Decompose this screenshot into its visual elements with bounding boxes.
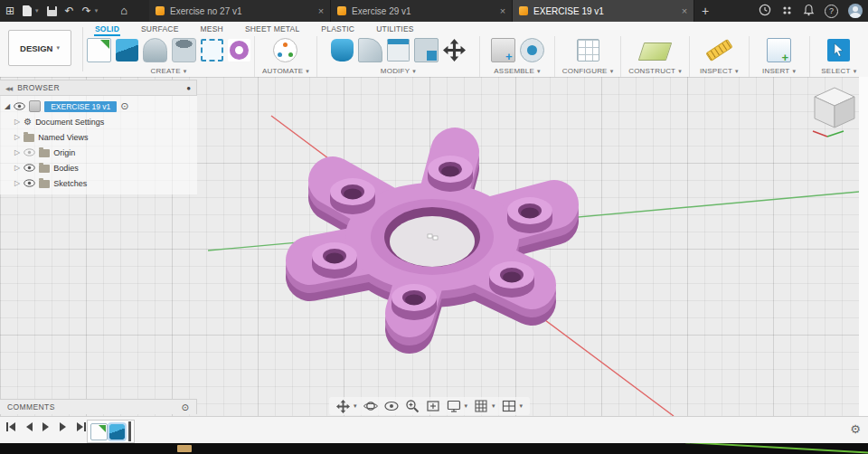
create-sketch-icon[interactable] [87, 38, 111, 62]
automate-icon[interactable] [273, 38, 297, 62]
combine-icon[interactable] [414, 38, 439, 62]
configure-icon[interactable] [577, 39, 599, 61]
chevron-down-icon[interactable]: ▾ [35, 7, 39, 14]
browser-item-origin[interactable]: ▷ Origin [0, 145, 197, 160]
home-icon[interactable]: ⌂ [120, 0, 127, 22]
timeline-position-marker[interactable] [128, 421, 131, 441]
user-avatar[interactable] [848, 4, 863, 18]
notifications-bell-icon[interactable] [803, 4, 815, 18]
chevron-down-icon[interactable]: ▾ [354, 402, 357, 410]
model-body[interactable] [310, 152, 554, 329]
undo-icon[interactable]: ↶ [65, 0, 74, 22]
timeline-settings-gear-icon[interactable]: ⚙ [850, 422, 861, 436]
tab-utilities[interactable]: UTILITIES [375, 23, 414, 36]
comments-options-icon[interactable]: ⊙ [182, 402, 189, 412]
timeline-extrude-feature[interactable] [109, 424, 125, 440]
look-at-icon[interactable] [383, 401, 398, 411]
modify-dropdown[interactable]: MODIFY ▾ [381, 67, 416, 75]
pattern-icon[interactable] [201, 39, 223, 61]
job-status-icon[interactable] [759, 4, 771, 18]
browser-header[interactable]: ◀◀ BROWSER ● [0, 80, 197, 96]
browser-item-bodies[interactable]: ▷ Bodies [0, 160, 197, 175]
visibility-eye-icon[interactable] [24, 148, 35, 156]
close-icon[interactable]: × [318, 5, 324, 16]
3d-viewport[interactable]: ◀◀ BROWSER ● ◢ EXERCISE 19 v1 ⊙ ▷ ⚙ Docu… [0, 77, 859, 416]
select-tool-icon[interactable] [827, 39, 850, 61]
expand-open-icon[interactable]: ◢ [5, 102, 10, 110]
pan-icon[interactable] [336, 400, 350, 413]
step-back-button[interactable] [24, 421, 33, 432]
visibility-eye-icon[interactable] [24, 164, 35, 172]
active-component-name[interactable]: EXERCISE 19 v1 [44, 101, 117, 112]
select-dropdown[interactable]: SELECT ▾ [821, 67, 856, 75]
visibility-eye-icon[interactable] [24, 179, 35, 187]
browser-item-document-settings[interactable]: ▷ ⚙ Document Settings [0, 114, 197, 129]
tab-solid[interactable]: SOLID [94, 23, 120, 36]
app-grid-icon[interactable]: ⊞ [5, 0, 14, 22]
press-pull-icon[interactable] [331, 39, 354, 61]
extrude-icon[interactable] [116, 39, 138, 61]
visibility-eye-icon[interactable] [14, 102, 25, 110]
revolve-icon[interactable] [143, 38, 167, 62]
fillet-icon[interactable] [358, 38, 382, 62]
orbit-icon[interactable] [363, 399, 377, 413]
close-icon[interactable]: × [500, 5, 505, 16]
zoom-icon[interactable] [404, 399, 419, 413]
create-form-icon[interactable] [228, 39, 250, 61]
tab-sheet-metal[interactable]: SHEET METAL [244, 23, 300, 36]
insert-dropdown[interactable]: INSERT ▾ [762, 67, 796, 75]
go-to-start-button[interactable] [5, 421, 16, 432]
configure-dropdown[interactable]: CONFIGURE ▾ [562, 67, 614, 75]
new-tab-button[interactable]: + [702, 0, 709, 22]
hole-icon[interactable] [172, 38, 196, 62]
play-button[interactable] [42, 421, 51, 432]
automate-dropdown[interactable]: AUTOMATE ▾ [262, 67, 309, 75]
close-icon[interactable]: × [682, 5, 687, 16]
browser-item-named-views[interactable]: ▷ Named Views [0, 129, 197, 145]
save-icon[interactable] [47, 6, 57, 16]
taskbar-item[interactable] [177, 445, 192, 452]
construct-plane-icon[interactable] [638, 43, 672, 61]
workspace-selector-button[interactable]: DESIGN ▾ [8, 30, 71, 66]
new-component-icon[interactable] [491, 38, 515, 62]
tab-plastic[interactable]: PLASTIC [320, 23, 355, 36]
activate-component-radio[interactable]: ⊙ [120, 100, 128, 112]
go-to-end-button[interactable] [76, 421, 87, 432]
insert-icon[interactable] [767, 38, 791, 62]
view-cube[interactable] [807, 82, 862, 140]
chevron-down-icon[interactable]: ▾ [520, 402, 524, 410]
fit-view-icon[interactable] [425, 399, 439, 413]
create-dropdown[interactable]: CREATE ▾ [151, 67, 187, 75]
document-tab-1[interactable]: Exercise no 27 v1 × [149, 0, 331, 22]
comments-panel-header[interactable]: COMMENTS ⊙ [0, 399, 197, 414]
chevron-down-icon[interactable]: ▾ [464, 402, 467, 410]
inspect-dropdown[interactable]: INSPECT ▾ [700, 67, 739, 75]
move-copy-icon[interactable] [443, 39, 466, 61]
measure-icon[interactable] [705, 38, 732, 61]
construct-dropdown[interactable]: CONSTRUCT ▾ [628, 67, 682, 75]
chevron-down-icon[interactable]: ▾ [95, 7, 99, 14]
document-tab-2[interactable]: Exercise 29 v1 × [331, 0, 513, 22]
viewports-icon[interactable] [502, 399, 516, 413]
expand-closed-icon[interactable]: ▷ [14, 179, 20, 187]
step-forward-button[interactable] [59, 421, 68, 432]
expand-closed-icon[interactable]: ▷ [14, 118, 20, 126]
shell-icon[interactable] [387, 39, 410, 61]
extensions-icon[interactable] [781, 5, 793, 18]
chevron-down-icon[interactable]: ▾ [492, 402, 495, 410]
expand-closed-icon[interactable]: ▷ [14, 148, 20, 156]
panel-options-icon[interactable]: ● [186, 84, 191, 92]
document-tab-3-active[interactable]: EXERCISE 19 v1 × [513, 0, 694, 22]
browser-item-sketches[interactable]: ▷ Sketches [0, 175, 197, 191]
collapse-panel-icon[interactable]: ◀◀ [5, 85, 12, 91]
joint-icon[interactable] [520, 38, 544, 62]
tab-mesh[interactable]: MESH [200, 23, 224, 36]
expand-closed-icon[interactable]: ▷ [14, 164, 20, 172]
tab-surface[interactable]: SURFACE [140, 23, 180, 36]
file-menu-icon[interactable] [23, 5, 32, 16]
display-settings-icon[interactable] [446, 399, 460, 413]
expand-closed-icon[interactable]: ▷ [14, 133, 20, 141]
browser-root-row[interactable]: ◢ EXERCISE 19 v1 ⊙ [0, 99, 197, 114]
assemble-dropdown[interactable]: ASSEMBLE ▾ [494, 67, 540, 75]
grid-snaps-icon[interactable] [474, 399, 488, 413]
